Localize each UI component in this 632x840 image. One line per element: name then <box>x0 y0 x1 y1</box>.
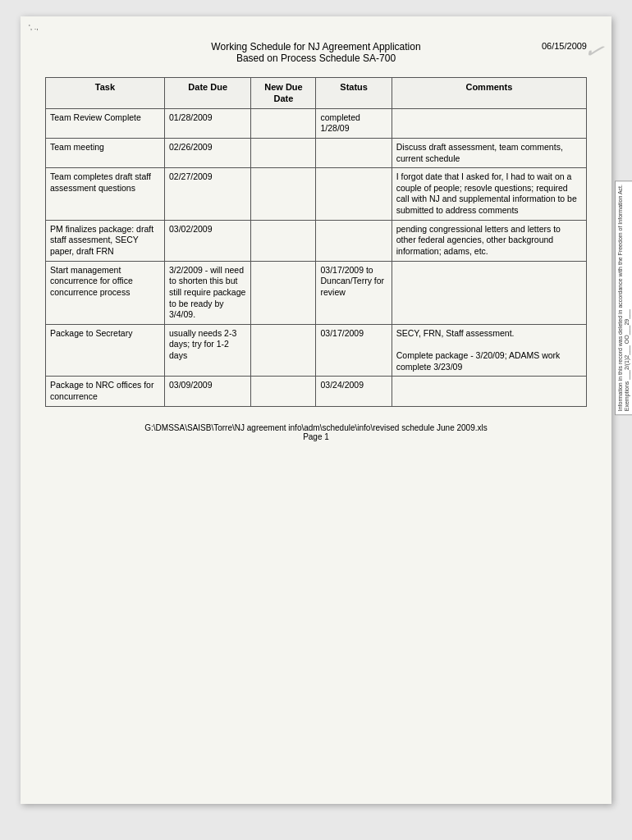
cell-task: PM finalizes package: draft staff assesm… <box>46 220 165 261</box>
cell-datedue: 02/27/2009 <box>164 168 250 221</box>
cell-status <box>316 138 392 167</box>
cell-status: completed 1/28/09 <box>316 108 392 138</box>
corner-marks: ', ., <box>29 23 39 31</box>
watermark: ✓ <box>581 35 607 66</box>
table-row: Team Review Complete01/28/2009completed … <box>46 108 587 138</box>
cell-newdue <box>251 377 316 406</box>
schedule-table: Task Date Due New DueDate Status Comment… <box>45 77 587 407</box>
cell-comments: pending congressional letters and letter… <box>392 220 586 261</box>
cell-datedue: 03/09/2009 <box>164 377 250 406</box>
cell-newdue <box>251 108 316 138</box>
cell-comments: I forgot date that I asked for, I had to… <box>392 168 586 221</box>
table-row: Team meeting02/26/2009Discuss draft asse… <box>46 138 587 167</box>
col-header-status: Status <box>316 78 392 109</box>
cell-status: 03/17/2009 <box>316 324 392 377</box>
cell-datedue: usually needs 2-3 days; try for 1-2 days <box>164 324 250 377</box>
cell-task: Package to Secretary <box>46 324 165 377</box>
cell-newdue <box>251 261 316 324</box>
cell-datedue: 03/02/2009 <box>164 220 250 261</box>
col-header-newdue: New DueDate <box>251 78 316 109</box>
cell-comments <box>392 377 586 406</box>
cell-task: Team meeting <box>46 138 165 167</box>
cell-status: 03/24/2009 <box>316 377 392 406</box>
table-row: Package to Secretaryusually needs 2-3 da… <box>46 324 587 377</box>
cell-task: Team Review Complete <box>46 108 165 138</box>
table-row: Team completes draft staff assessment qu… <box>46 168 587 221</box>
table-row: Package to NRC offices for concurrence03… <box>46 377 587 406</box>
footer-page: Page 1 <box>45 432 587 441</box>
cell-status <box>316 220 392 261</box>
cell-newdue <box>251 324 316 377</box>
cell-comments <box>392 108 586 138</box>
cell-status: 03/17/2009 to Duncan/Terry for review <box>316 261 392 324</box>
cell-task: Package to NRC offices for concurrence <box>46 377 165 406</box>
cell-newdue <box>251 168 316 221</box>
cell-comments: SECY, FRN, Staff assessment.Complete pac… <box>392 324 586 377</box>
document-header: Working Schedule for NJ Agreement Applic… <box>45 41 587 64</box>
cell-newdue <box>251 138 316 167</box>
table-row: Start management concurrence for office … <box>46 261 587 324</box>
cell-task: Start management concurrence for office … <box>46 261 165 324</box>
table-row: PM finalizes package: draft staff assesm… <box>46 220 587 261</box>
col-header-comments: Comments <box>392 78 586 109</box>
header-title: Working Schedule for NJ Agreement Applic… <box>45 41 587 52</box>
cell-status <box>316 168 392 221</box>
cell-datedue: 02/26/2009 <box>164 138 250 167</box>
document-footer: G:\DMSSA\SAISB\Torre\NJ agreement info\a… <box>45 423 587 441</box>
col-header-datedue: Date Due <box>164 78 250 109</box>
footer-filepath: G:\DMSSA\SAISB\Torre\NJ agreement info\a… <box>45 423 587 432</box>
col-header-task: Task <box>46 78 165 109</box>
header-date: 06/15/2009 <box>542 41 587 51</box>
header-subtitle: Based on Process Schedule SA-700 <box>45 52 587 64</box>
document-page: ', ., Working Schedule for NJ Agreement … <box>21 16 611 804</box>
cell-task: Team completes draft staff assessment qu… <box>46 168 165 221</box>
cell-datedue: 01/28/2009 <box>164 108 250 138</box>
foipa-text: Information in this record was deleted i… <box>617 185 632 411</box>
cell-datedue: 3/2/2009 - will need to shorten this but… <box>164 261 250 324</box>
cell-comments: Discuss draft assessment, team comments,… <box>392 138 586 167</box>
cell-newdue <box>251 220 316 261</box>
cell-comments <box>392 261 586 324</box>
foipa-bar: Information in this record was deleted i… <box>615 180 632 415</box>
